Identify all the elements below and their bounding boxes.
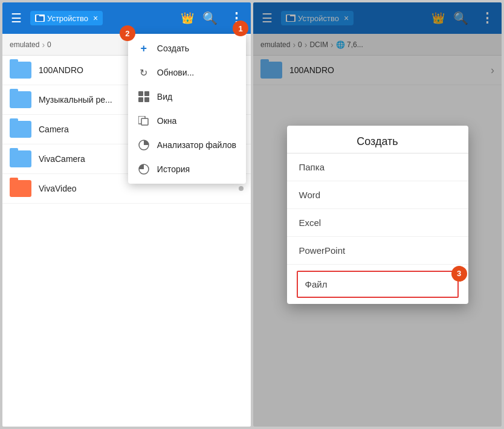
menu-item-history[interactable]: История bbox=[128, 157, 246, 181]
menu-icon[interactable]: ☰ bbox=[7, 7, 25, 29]
menu-item-history-label: История bbox=[157, 164, 190, 174]
create-dialog: Создать Папка Word Excel PowerPoint Файл… bbox=[287, 126, 468, 304]
tab-folder-icon bbox=[35, 15, 45, 22]
history-icon bbox=[138, 163, 150, 175]
dialog-item-word[interactable]: Word bbox=[287, 181, 468, 209]
step-badge-2: 2 bbox=[120, 25, 135, 41]
refresh-icon: ↻ bbox=[138, 66, 150, 79]
folder-icon bbox=[10, 150, 31, 167]
menu-item-refresh[interactable]: ↻ Обнови... bbox=[128, 60, 246, 85]
menu-item-create-label: Создать bbox=[157, 44, 189, 53]
menu-item-view-label: Вид bbox=[157, 92, 172, 102]
file-badge bbox=[239, 186, 244, 191]
create-icon: + bbox=[138, 42, 150, 54]
svg-rect-3 bbox=[144, 91, 149, 96]
right-panel: ☰ Устройство × 👑 🔍 ⋮ emulated › 0 › DCIM… bbox=[253, 2, 502, 427]
step-badge-3: 3 bbox=[451, 266, 467, 282]
search-icon[interactable]: 🔍 bbox=[199, 7, 221, 29]
breadcrumb-item-0: 0 bbox=[47, 40, 51, 49]
menu-item-view[interactable]: Вид bbox=[128, 85, 246, 109]
menu-item-create[interactable]: + Создать bbox=[128, 36, 246, 60]
dialog-item-word-label: Word bbox=[299, 190, 321, 200]
tab-close-icon[interactable]: × bbox=[93, 13, 98, 23]
dialog-item-folder-label: Папка bbox=[299, 162, 325, 172]
folder-icon bbox=[10, 62, 31, 79]
menu-item-windows[interactable]: Окна bbox=[128, 109, 246, 133]
svg-rect-5 bbox=[144, 97, 149, 102]
svg-rect-1 bbox=[36, 15, 39, 18]
left-panel: ☰ Устройство × 👑 🔍 ⋮ 1 emulated › 0 100A… bbox=[2, 2, 251, 427]
breadcrumb-item-emulated: emulated bbox=[10, 40, 39, 49]
view-icon bbox=[138, 91, 150, 103]
dialog-item-powerpoint-label: PowerPoint bbox=[299, 245, 346, 256]
menu-item-refresh-label: Обнови... bbox=[157, 68, 194, 77]
dialog-item-powerpoint[interactable]: PowerPoint bbox=[287, 237, 468, 265]
svg-rect-2 bbox=[138, 91, 143, 96]
menu-item-analyzer-label: Анализатор файлов bbox=[157, 140, 236, 150]
step-badge-1: 1 bbox=[233, 21, 248, 36]
device-tab-label: Устройство bbox=[47, 14, 88, 23]
dialog-title: Создать bbox=[287, 126, 468, 153]
device-tab[interactable]: Устройство × bbox=[30, 11, 103, 25]
folder-icon-orange bbox=[10, 180, 31, 197]
dialog-item-excel[interactable]: Excel bbox=[287, 209, 468, 237]
folder-icon bbox=[10, 121, 31, 138]
dialog-item-excel-label: Excel bbox=[299, 218, 321, 228]
menu-item-windows-label: Окна bbox=[157, 116, 177, 126]
dialog-overlay: Создать Папка Word Excel PowerPoint Файл… bbox=[253, 2, 502, 427]
crown-icon[interactable]: 👑 bbox=[181, 11, 194, 25]
dialog-item-folder[interactable]: Папка bbox=[287, 153, 468, 181]
svg-rect-7 bbox=[141, 118, 148, 125]
analyzer-icon bbox=[138, 139, 150, 151]
svg-rect-4 bbox=[138, 97, 143, 102]
folder-icon bbox=[10, 91, 31, 108]
windows-icon bbox=[138, 115, 150, 127]
dialog-item-file[interactable]: Файл bbox=[297, 271, 459, 298]
menu-item-analyzer[interactable]: Анализатор файлов bbox=[128, 133, 246, 157]
dropdown-menu: 2 + Создать ↻ Обнови... Вид Окна Анализа… bbox=[128, 34, 246, 184]
file-name: VivaVideo bbox=[39, 184, 231, 193]
dialog-item-file-label: Файл bbox=[305, 279, 328, 289]
breadcrumb-sep-1: › bbox=[42, 40, 45, 50]
